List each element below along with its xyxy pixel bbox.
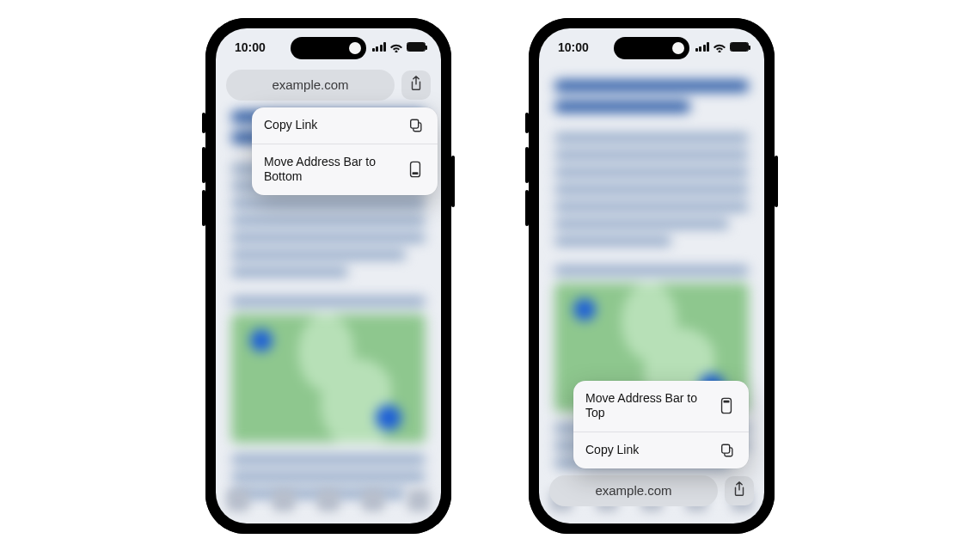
- page-content-blurred: [216, 28, 441, 523]
- menu-item-move-top[interactable]: Move Address Bar to Top: [573, 381, 749, 432]
- menu-item-copy-link[interactable]: Copy Link: [252, 107, 438, 144]
- share-icon: [409, 76, 423, 95]
- address-bar-context-menu: Copy Link Move Address Bar to Bottom: [252, 107, 438, 195]
- battery-icon: [407, 42, 426, 52]
- wifi-icon: [713, 42, 726, 52]
- url-text: example.com: [272, 77, 348, 92]
- status-time: 10:00: [558, 40, 589, 54]
- menu-item-label: Copy Link: [264, 118, 317, 133]
- copy-icon: [720, 443, 737, 458]
- copy-icon: [408, 118, 426, 133]
- menu-item-label: Copy Link: [585, 443, 639, 458]
- share-icon: [732, 481, 746, 500]
- url-field[interactable]: example.com: [549, 475, 718, 506]
- address-bar: example.com: [549, 475, 754, 506]
- share-button[interactable]: [401, 70, 431, 100]
- svg-rect-5: [724, 401, 730, 403]
- address-bar-context-menu: Move Address Bar to Top Copy Link: [573, 381, 749, 468]
- wifi-icon: [389, 42, 403, 52]
- menu-item-copy-link[interactable]: Copy Link: [573, 432, 749, 468]
- dynamic-island: [614, 37, 689, 59]
- dynamic-island: [291, 37, 366, 59]
- battery-icon: [730, 42, 749, 52]
- menu-item-move-bottom[interactable]: Move Address Bar to Bottom: [252, 144, 438, 195]
- phone-top-icon: [720, 397, 737, 414]
- menu-item-label: Move Address Bar to Bottom: [264, 155, 393, 185]
- phone-bottom-icon: [408, 161, 426, 178]
- svg-rect-7: [722, 444, 730, 453]
- svg-rect-3: [413, 172, 419, 174]
- phone-mockup-address-top: 10:00 example.com: [205, 18, 451, 534]
- status-time: 10:00: [235, 40, 266, 54]
- share-button[interactable]: [725, 476, 754, 505]
- menu-item-label: Move Address Bar to Top: [585, 391, 711, 421]
- svg-rect-1: [411, 119, 419, 128]
- url-text: example.com: [595, 483, 671, 498]
- phone-mockup-address-bottom: 10:00: [529, 18, 775, 534]
- phone-screen: 10:00 example.com: [216, 28, 441, 523]
- bottom-toolbar-blurred: [216, 477, 441, 523]
- phone-screen: 10:00: [539, 28, 764, 523]
- address-bar: example.com: [226, 70, 431, 101]
- cellular-icon: [695, 42, 710, 52]
- cellular-icon: [372, 42, 387, 52]
- url-field[interactable]: example.com: [226, 70, 395, 101]
